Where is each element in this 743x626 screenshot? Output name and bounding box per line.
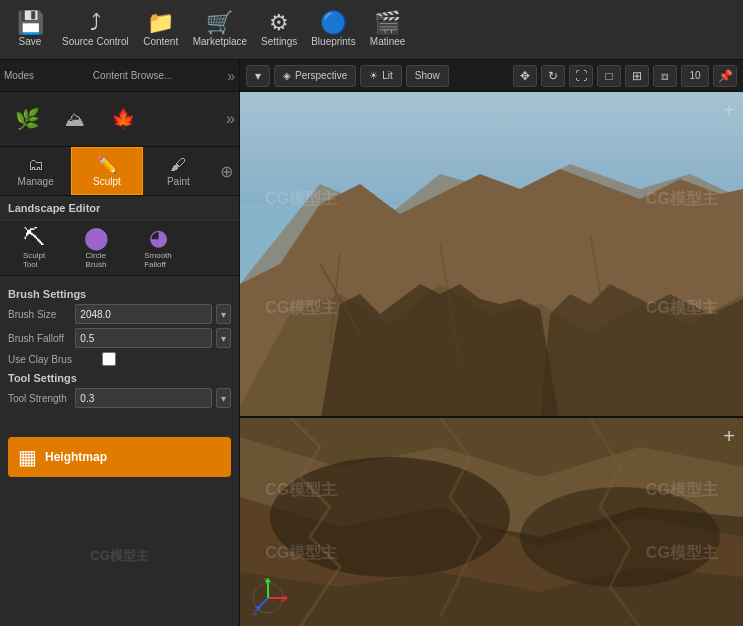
- svg-line-21: [258, 598, 268, 608]
- matinee-button[interactable]: 🎬 Matinee: [362, 4, 414, 56]
- brush-size-input[interactable]: [75, 304, 212, 324]
- smooth-falloff-icon: ◕: [149, 227, 168, 249]
- terrain-svg-top: [240, 92, 743, 416]
- source-control-icon: ⤴: [90, 12, 101, 34]
- show-label: Show: [415, 70, 440, 81]
- settings-label: Settings: [261, 36, 297, 47]
- viewport-bottom[interactable]: CG模型主 CG模型主 CG模型主 CG模型主: [240, 416, 743, 626]
- viewport-bar: ▾ ◈ Perspective ☀ Lit Show ✥ ↻ ⛶ □ ⊞ ⧈ 1…: [240, 60, 743, 92]
- tool-strength-label: Tool Strength: [8, 393, 71, 404]
- save-icon: 💾: [17, 12, 44, 34]
- svg-point-15: [520, 487, 720, 587]
- camera-icon-btn[interactable]: □: [597, 65, 621, 87]
- tool-strength-input[interactable]: [75, 388, 212, 408]
- brush-settings-title: Brush Settings: [8, 288, 231, 300]
- modes-title: Modes: [4, 70, 34, 81]
- sub-tools-row: ⛏ SculptTool ⬤ CircleBrush ◕ SmoothFallo…: [0, 221, 239, 276]
- blueprints-button[interactable]: 🔵 Blueprints: [305, 4, 361, 56]
- blueprints-label: Blueprints: [311, 36, 355, 47]
- sculpt-sub-tool[interactable]: ⛏ SculptTool: [6, 227, 62, 269]
- brush-size-label: Brush Size: [8, 309, 71, 320]
- manage-tab[interactable]: 🗂 Manage: [0, 147, 71, 195]
- brush-size-btn[interactable]: ▾: [216, 304, 231, 324]
- content-icon: 📁: [147, 12, 174, 34]
- paint-label: Paint: [167, 176, 190, 187]
- tool-btn-3[interactable]: 🍁: [100, 96, 146, 142]
- grid-icon-btn[interactable]: ⊞: [625, 65, 649, 87]
- expand-icon[interactable]: »: [227, 68, 235, 84]
- svg-text:X: X: [280, 596, 285, 603]
- sculpt-sub-icon: ⛏: [23, 227, 45, 249]
- content-label: Content: [143, 36, 178, 47]
- viewport-top[interactable]: CG模型主 CG模型主 CG模型主 CG模型主 +: [240, 92, 743, 416]
- tool-icons-row: 🌿 ⛰ 🍁 »: [0, 92, 239, 147]
- sculpt-icon: ✏️: [97, 155, 117, 174]
- content-button[interactable]: 📁 Content: [135, 4, 187, 56]
- left-panel: Modes Content Browse... » 🌿 ⛰ 🍁 » 🗂 Mana…: [0, 60, 240, 626]
- circle-brush-icon: ⬤: [84, 227, 109, 249]
- save-label: Save: [19, 36, 42, 47]
- content-browser-tab[interactable]: Content Browse...: [93, 70, 172, 81]
- marketplace-label: Marketplace: [193, 36, 247, 47]
- svg-text:Y: Y: [264, 578, 269, 584]
- manage-label: Manage: [18, 176, 54, 187]
- smooth-falloff-sub-tool[interactable]: ◕ SmoothFalloff: [130, 227, 186, 269]
- perspective-btn[interactable]: ◈ Perspective: [274, 65, 356, 87]
- brush-falloff-btn[interactable]: ▾: [216, 328, 231, 348]
- tool-more-icon[interactable]: »: [226, 110, 235, 128]
- render-icon-btn[interactable]: ⧈: [653, 65, 677, 87]
- add-layer-btn[interactable]: ⊕: [214, 147, 239, 195]
- modes-bar: Modes Content Browse... »: [0, 60, 239, 92]
- sculpt-sub-label: SculptTool: [23, 251, 45, 269]
- matinee-icon: 🎬: [374, 12, 401, 34]
- refresh-icon-btn[interactable]: ↻: [541, 65, 565, 87]
- landscape-editor-title: Landscape Editor: [0, 196, 239, 221]
- marketplace-button[interactable]: 🛒 Marketplace: [187, 4, 253, 56]
- right-panel: ▾ ◈ Perspective ☀ Lit Show ✥ ↻ ⛶ □ ⊞ ⧈ 1…: [240, 60, 743, 626]
- source-control-label: Source Control: [62, 36, 129, 47]
- tool-icon-1: 🌿: [15, 109, 40, 129]
- paint-tab[interactable]: 🖌 Paint: [143, 147, 214, 195]
- perspective-icon: ◈: [283, 70, 291, 81]
- save-button[interactable]: 💾 Save: [4, 4, 56, 56]
- circle-brush-sub-tool[interactable]: ⬤ CircleBrush: [68, 227, 124, 269]
- circle-brush-label: CircleBrush: [86, 251, 107, 269]
- lit-label: Lit: [382, 70, 393, 81]
- use-clay-checkbox[interactable]: [102, 352, 116, 366]
- tool-strength-btn[interactable]: ▾: [216, 388, 231, 408]
- lit-icon: ☀: [369, 70, 378, 81]
- brush-falloff-input[interactable]: [75, 328, 212, 348]
- sculpt-tab[interactable]: ✏️ Sculpt: [71, 147, 142, 195]
- source-control-button[interactable]: ⤴ Source Control: [56, 4, 135, 56]
- settings-icon: ⚙: [269, 12, 289, 34]
- matinee-label: Matinee: [370, 36, 406, 47]
- maximize-icon-btn[interactable]: ⛶: [569, 65, 593, 87]
- tool-btn-1[interactable]: 🌿: [4, 96, 50, 142]
- use-clay-label: Use Clay Brus: [8, 354, 98, 365]
- sculpt-label: Sculpt: [93, 176, 121, 187]
- viewport-bottom-corner-plus[interactable]: +: [723, 426, 735, 446]
- brush-falloff-label: Brush Falloff: [8, 333, 71, 344]
- smooth-falloff-label: SmoothFalloff: [144, 251, 172, 269]
- axes-gizmo: X Y Z: [248, 578, 288, 618]
- tool-btn-2[interactable]: ⛰: [52, 96, 98, 142]
- svg-point-14: [270, 457, 510, 577]
- viewport-corner-plus[interactable]: +: [723, 100, 735, 120]
- tool-strength-row: Tool Strength ▾: [8, 388, 231, 408]
- brush-falloff-row: Brush Falloff ▾: [8, 328, 231, 348]
- show-btn[interactable]: Show: [406, 65, 449, 87]
- heightmap-panel[interactable]: ▦ Heightmap: [8, 437, 231, 477]
- settings-button[interactable]: ⚙ Settings: [253, 4, 305, 56]
- settings-area: Brush Settings Brush Size ▾ Brush Fallof…: [0, 276, 239, 429]
- viewport-dropdown-btn[interactable]: ▾: [246, 65, 270, 87]
- svg-marker-4: [320, 284, 560, 416]
- move-icon-btn[interactable]: ✥: [513, 65, 537, 87]
- pin-icon-btn[interactable]: 📌: [713, 65, 737, 87]
- paint-icon: 🖌: [170, 156, 186, 174]
- lit-btn[interactable]: ☀ Lit: [360, 65, 402, 87]
- terrain-svg-bottom: [240, 418, 743, 626]
- add-layer-icon: ⊕: [220, 162, 233, 181]
- blueprints-icon: 🔵: [320, 12, 347, 34]
- tool-icon-3: 🍁: [111, 109, 136, 129]
- perspective-label: Perspective: [295, 70, 347, 81]
